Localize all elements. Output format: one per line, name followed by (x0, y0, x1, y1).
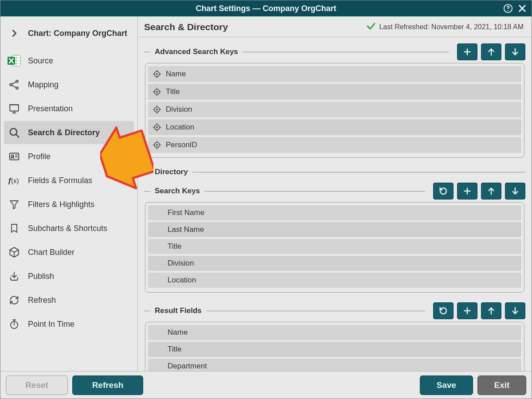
sidebar-item-label: Fields & Formulas (28, 176, 92, 185)
sidebar-item-label: Source (28, 56, 53, 66)
mapping-icon (7, 77, 22, 92)
divider-icon (204, 191, 425, 192)
section-directory: Directory (144, 168, 525, 176)
section-advanced-search-keys: Advanced Search Keys (144, 43, 525, 60)
refresh-icon (7, 293, 22, 308)
move-down-button[interactable] (505, 183, 525, 200)
search-icon (7, 125, 22, 140)
add-button[interactable] (457, 302, 477, 319)
move-up-button[interactable] (481, 183, 501, 200)
result-fields-list: Name Title Department (145, 322, 524, 371)
body: Chart: Company OrgChart Source (0, 16, 532, 371)
main-scroll[interactable]: Advanced Search Keys Name T (138, 37, 532, 371)
sidebar-item-source[interactable]: Source (4, 49, 134, 72)
list-item[interactable]: PersonID (148, 137, 521, 153)
sidebar-item-subcharts[interactable]: Subcharts & Shortcuts (4, 217, 134, 240)
svg-rect-15 (10, 105, 19, 111)
item-label: Title (168, 345, 182, 354)
list-item[interactable]: Name (148, 66, 521, 82)
list-item[interactable]: Title (148, 342, 521, 357)
sidebar-item-profile[interactable]: Profile (4, 145, 134, 168)
item-label: Department (168, 362, 207, 371)
exit-button[interactable]: Exit (477, 376, 526, 395)
reset-section-button[interactable] (433, 302, 454, 319)
svg-point-10 (10, 84, 12, 86)
sidebar-item-refresh[interactable]: Refresh (4, 289, 134, 312)
sidebar-item-label: Filters & Highlights (28, 200, 94, 209)
sidebar-item-chart-builder[interactable]: Chart Builder (4, 241, 134, 264)
chevron-right-icon (7, 26, 22, 41)
status-text: Last Refreshed: November 4, 2021, 10:18 … (379, 23, 524, 31)
svg-line-20 (16, 134, 19, 137)
reset-section-button[interactable] (433, 183, 454, 200)
sidebar: Chart: Company OrgChart Source (0, 16, 138, 371)
list-item[interactable]: Division (148, 256, 521, 271)
list-item[interactable]: Last Name (148, 222, 521, 237)
list-item[interactable]: Department (148, 359, 521, 371)
sidebar-item-point-in-time[interactable]: Point In Time (4, 313, 134, 336)
close-icon[interactable] (517, 4, 527, 13)
section-label: Search Keys (155, 187, 200, 196)
move-down-button[interactable] (505, 43, 525, 60)
main-header: Search & Directory Last Refreshed: Novem… (138, 16, 532, 37)
stopwatch-icon (7, 317, 22, 332)
list-item[interactable]: Title (148, 84, 521, 100)
item-label: First Name (168, 208, 204, 217)
sidebar-item-search-directory[interactable]: Search & Directory (4, 121, 134, 144)
list-item[interactable]: Name (148, 325, 521, 340)
move-up-button[interactable] (481, 302, 501, 319)
add-button[interactable] (457, 183, 477, 200)
button-label: Reset (25, 380, 48, 390)
item-label: Name (168, 328, 188, 337)
divider-icon (144, 52, 150, 52)
refresh-button[interactable]: Refresh (72, 376, 143, 395)
sidebar-item-label: Refresh (28, 296, 56, 305)
item-label: Last Name (168, 225, 204, 234)
move-up-button[interactable] (481, 43, 501, 60)
svg-point-11 (16, 80, 18, 82)
divider-icon (192, 172, 525, 172)
item-label: Division (168, 259, 194, 268)
item-label: Location (166, 123, 194, 132)
target-icon (152, 69, 162, 79)
list-item[interactable]: First Name (148, 205, 521, 220)
list-item[interactable]: Title (148, 239, 521, 254)
svg-line-13 (12, 82, 16, 84)
svg-point-38 (156, 74, 158, 75)
sidebar-item-mapping[interactable]: Mapping (4, 73, 134, 96)
button-label: Save (437, 380, 456, 390)
list-item[interactable]: Location (148, 273, 521, 288)
item-label: Name (166, 70, 186, 78)
sidebar-item-label: Profile (28, 152, 51, 161)
sidebar-item-presentation[interactable]: Presentation (4, 97, 134, 120)
sidebar-item-filters[interactable]: Filters & Highlights (4, 193, 134, 216)
target-icon (152, 140, 162, 150)
divider-icon (144, 191, 150, 192)
section-search-keys: Search Keys (144, 183, 525, 200)
divider-icon (144, 172, 150, 172)
reset-button[interactable]: Reset (6, 376, 68, 395)
move-down-button[interactable] (505, 302, 525, 319)
item-label: PersonID (166, 141, 197, 149)
item-label: Title (168, 242, 182, 251)
list-item[interactable]: Location (148, 119, 521, 135)
sidebar-item-label: Chart Builder (28, 248, 74, 257)
help-icon[interactable] (503, 4, 513, 13)
sidebar-item-label: Search & Directory (28, 128, 100, 137)
main-area: Search & Directory Last Refreshed: Novem… (138, 16, 532, 371)
sidebar-item-chart-root[interactable]: Chart: Company OrgChart (4, 22, 134, 45)
divider-icon (243, 52, 449, 52)
settings-window: Chart Settings — Company OrgChart Chart:… (0, 0, 532, 399)
svg-point-12 (16, 87, 18, 89)
save-button[interactable]: Save (420, 376, 473, 395)
add-button[interactable] (457, 43, 477, 60)
divider-icon (206, 311, 425, 311)
fx-icon: ƒ(x) (7, 173, 22, 188)
titlebar-actions (503, 4, 527, 13)
list-item[interactable]: Division (148, 102, 521, 117)
sidebar-item-label: Point In Time (28, 320, 74, 329)
sidebar-item-fields-formulas[interactable]: ƒ(x) Fields & Formulas (4, 169, 134, 192)
section-buttons (433, 183, 525, 200)
sidebar-item-publish[interactable]: Publish (4, 265, 134, 288)
sidebar-item-label: Subcharts & Shortcuts (28, 224, 107, 233)
